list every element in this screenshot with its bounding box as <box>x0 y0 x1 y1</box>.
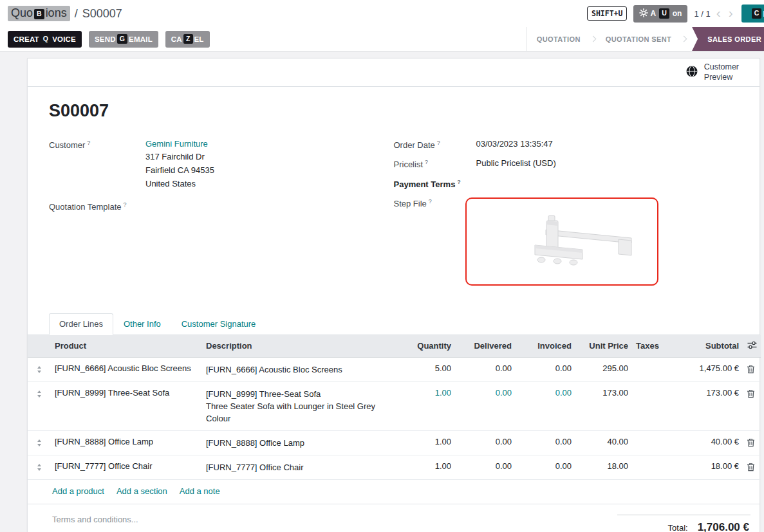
cell-invoiced[interactable]: 0.00 <box>516 381 575 430</box>
breadcrumb-quotations-link[interactable]: QuoBions <box>8 6 70 21</box>
cell-invoiced[interactable]: 0.00 <box>516 455 575 479</box>
cell-delivered[interactable]: 0.00 <box>455 430 516 455</box>
card-header: CustomerPreview <box>28 59 759 87</box>
cell-quantity[interactable]: 1.00 <box>398 430 455 455</box>
top-controls: SHIFT+U AUon 1 / 1 ‹ › Cl <box>587 5 758 23</box>
trash-icon[interactable] <box>747 388 755 400</box>
add-a-section-link[interactable]: Add a section <box>116 486 167 496</box>
notebook-tabs: Order Lines Other Info Customer Signatur… <box>28 313 759 335</box>
cell-product[interactable]: [FURN_8999] Three-Seat Sofa <box>51 381 202 430</box>
cell-product[interactable]: [FURN_6666] Acoustic Bloc Screens <box>51 357 202 381</box>
list-footer-links: Add a product Add a section Add a note <box>28 480 759 504</box>
drag-handle[interactable] <box>28 430 51 455</box>
cell-quantity[interactable]: 1.00 <box>398 455 455 479</box>
step-file-3d-preview <box>485 205 639 278</box>
drag-handle[interactable] <box>28 455 51 479</box>
create-invoice-button[interactable]: CREATQVOICE <box>8 31 82 48</box>
payment-terms-field: Payment Terms? <box>394 178 739 189</box>
help-icon: ? <box>425 159 428 165</box>
cell-invoiced[interactable]: 0.00 <box>516 357 575 381</box>
customer-preview-button[interactable]: CustomerPreview <box>682 62 743 83</box>
pricelist-field: Pricelist? Public Pricelist (USD) <box>394 158 739 169</box>
cell-delivered[interactable]: 0.00 <box>455 381 516 430</box>
form-view-container: CustomerPreview S00007 Customer? Gemini … <box>0 51 764 532</box>
cell-invoiced[interactable]: 0.00 <box>516 430 575 455</box>
sheet: S00007 Customer? Gemini Furniture 317 Fa… <box>28 87 759 294</box>
pager-count: 1 / 1 <box>694 9 710 19</box>
hotkey-badge-c: C <box>752 8 762 19</box>
pager-previous-icon[interactable]: ‹ <box>714 6 723 21</box>
column-header-product[interactable]: Product <box>51 335 202 358</box>
breadcrumb-parent-text-pre: Quo <box>11 6 33 19</box>
cell-product[interactable]: [FURN_8888] Office Lamp <box>51 430 202 455</box>
cell-taxes[interactable] <box>632 430 668 455</box>
send-email-button[interactable]: SENDGEMAIL <box>89 31 158 48</box>
keyboard-shortcut-hint: SHIFT+U <box>587 6 627 21</box>
column-header-description[interactable]: Description <box>202 335 398 358</box>
send-email-label-pre: SEND <box>95 35 116 43</box>
status-step-quotation[interactable]: QUOTATION <box>526 27 591 51</box>
cell-description[interactable]: [FURN_8999] Three-Seat SofaThree Seater … <box>202 381 398 430</box>
cell-unit-price[interactable]: 173.00 <box>575 381 632 430</box>
cell-taxes[interactable] <box>632 381 668 430</box>
drag-handle[interactable] <box>28 357 51 381</box>
quotation-template-field: Quotation Template? <box>49 201 394 212</box>
cell-taxes[interactable] <box>632 357 668 381</box>
tab-order-lines[interactable]: Order Lines <box>49 313 113 335</box>
optional-columns-toggle-icon[interactable] <box>747 341 757 351</box>
cell-delivered[interactable]: 0.00 <box>455 357 516 381</box>
tab-customer-signature[interactable]: Customer Signature <box>171 313 266 335</box>
gear-icon <box>639 8 648 19</box>
drag-handle[interactable] <box>28 381 51 430</box>
column-header-taxes[interactable]: Taxes <box>632 335 668 358</box>
customer-field: Customer? Gemini Furniture 317 Fairchild… <box>49 139 394 190</box>
breadcrumb-parent-text-post: ions <box>46 6 67 19</box>
step-file-image-field[interactable] <box>465 197 658 286</box>
create-invoice-label-post: VOICE <box>52 35 76 43</box>
column-header-delivered[interactable]: Delivered <box>455 335 516 358</box>
trash-icon[interactable] <box>747 363 755 376</box>
trash-icon[interactable] <box>747 461 755 473</box>
total-label: Total: <box>668 523 688 532</box>
cell-product[interactable]: [FURN_7777] Office Chair <box>51 455 202 479</box>
cell-quantity[interactable]: 5.00 <box>398 357 455 381</box>
cancel-button[interactable]: CAZEL <box>165 31 210 48</box>
cell-subtotal: 18.00 € <box>668 455 743 479</box>
column-header-quantity[interactable]: Quantity <box>398 335 455 358</box>
column-header-invoiced[interactable]: Invoiced <box>516 335 575 358</box>
cell-unit-price[interactable]: 18.00 <box>575 455 632 479</box>
action-label-pre: A <box>650 9 656 18</box>
cell-quantity[interactable]: 1.00 <box>398 381 455 430</box>
cell-unit-price[interactable]: 295.00 <box>575 357 632 381</box>
breadcrumb-current: S00007 <box>82 7 122 21</box>
cell-description[interactable]: [FURN_6666] Acoustic Bloc Screens <box>202 357 398 381</box>
quotation-template-label: Quotation Template? <box>49 201 145 212</box>
pager-next-icon[interactable]: › <box>727 6 735 21</box>
cell-description[interactable]: [FURN_8888] Office Lamp <box>202 430 398 455</box>
order-date-label: Order Date? <box>394 139 476 150</box>
customer-link[interactable]: Gemini Furniture <box>145 139 208 149</box>
table-row: [FURN_8888] Office Lamp [FURN_8888] Offi… <box>28 430 761 455</box>
column-header-subtotal[interactable]: Subtotal <box>668 335 743 358</box>
status-step-quotation-sent[interactable]: QUOTATION SENT <box>595 27 682 51</box>
order-date-value[interactable]: 03/03/2023 13:35:47 <box>476 139 553 150</box>
add-a-note-link[interactable]: Add a note <box>180 486 220 496</box>
action-menu-button[interactable]: AUon <box>633 5 687 23</box>
page-title: S00007 <box>49 101 738 121</box>
cell-description[interactable]: [FURN_7777] Office Chair <box>202 455 398 479</box>
step-file-label: Step File? <box>394 197 476 286</box>
pricelist-value[interactable]: Public Pricelist (USD) <box>476 158 556 169</box>
corner-button[interactable]: Cl <box>741 5 764 23</box>
cell-delivered[interactable]: 0.00 <box>455 455 516 479</box>
cell-taxes[interactable] <box>632 455 668 479</box>
tab-other-info[interactable]: Other Info <box>113 313 171 335</box>
cell-delete <box>743 381 761 430</box>
add-a-product-link[interactable]: Add a product <box>52 486 104 496</box>
status-step-sales-order[interactable]: SALES ORDER <box>692 27 764 51</box>
cell-unit-price[interactable]: 40.00 <box>575 430 632 455</box>
trash-icon[interactable] <box>747 437 755 449</box>
help-icon: ? <box>429 198 432 205</box>
terms-placeholder[interactable]: Terms and conditions... <box>52 515 138 524</box>
column-header-unit-price[interactable]: Unit Price <box>575 335 632 358</box>
help-icon: ? <box>124 201 127 208</box>
